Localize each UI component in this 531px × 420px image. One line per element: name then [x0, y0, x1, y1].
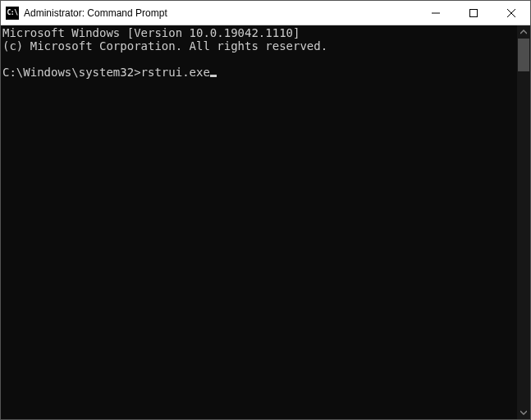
command-prompt-icon: C:\ — [6, 7, 19, 20]
console-line-version: Microsoft Windows [Version 10.0.19042.11… — [2, 26, 300, 39]
console-line-copyright: (c) Microsoft Corporation. All rights re… — [2, 39, 327, 52]
scroll-down-button[interactable] — [517, 406, 530, 419]
command-prompt-window: C:\ Administrator: Command Prompt Micros… — [0, 0, 531, 420]
scroll-track[interactable] — [517, 39, 530, 406]
console-output[interactable]: Microsoft Windows [Version 10.0.19042.11… — [1, 25, 517, 419]
scroll-thumb[interactable] — [518, 39, 529, 71]
content-area: Microsoft Windows [Version 10.0.19042.11… — [1, 25, 530, 419]
maximize-button[interactable] — [455, 1, 492, 25]
titlebar[interactable]: C:\ Administrator: Command Prompt — [1, 1, 530, 25]
chevron-up-icon — [520, 29, 527, 35]
window-title: Administrator: Command Prompt — [24, 7, 417, 19]
cursor-icon — [210, 75, 217, 77]
scroll-up-button[interactable] — [517, 25, 530, 39]
svg-rect-1 — [470, 9, 478, 16]
close-button[interactable] — [492, 1, 530, 25]
maximize-icon — [469, 9, 478, 17]
minimize-icon — [432, 9, 440, 17]
close-icon — [507, 9, 515, 17]
console-prompt: C:\Windows\system32> — [2, 66, 141, 79]
window-controls — [417, 1, 530, 25]
chevron-down-icon — [520, 409, 527, 416]
console-command: rstrui.exe — [141, 66, 210, 79]
vertical-scrollbar[interactable] — [517, 25, 530, 419]
minimize-button[interactable] — [417, 1, 455, 25]
